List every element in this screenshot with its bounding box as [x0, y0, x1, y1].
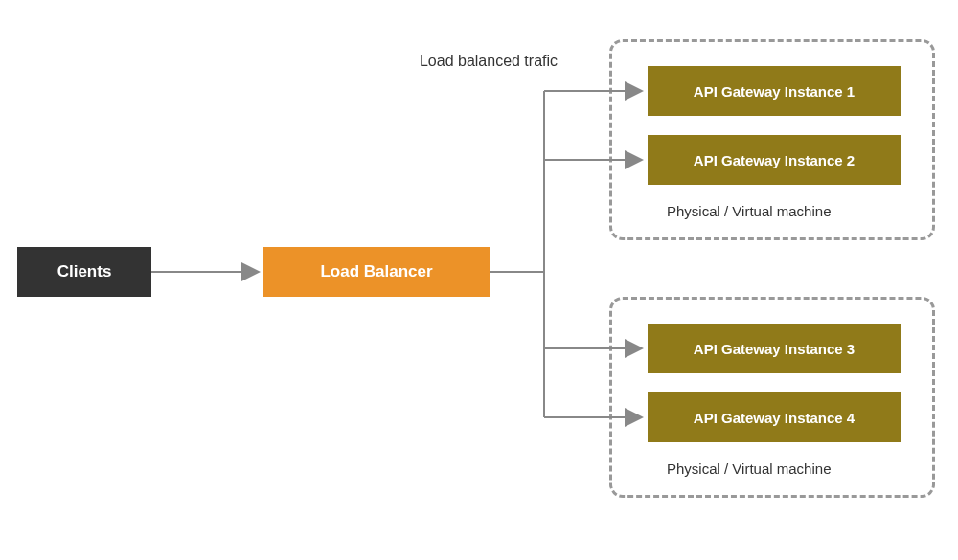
clients-node: Clients: [17, 247, 151, 297]
load-balancer-label: Load Balancer: [320, 262, 432, 281]
traffic-label: Load balanced trafic: [412, 52, 565, 72]
machine-label-1: Physical / Virtual machine: [667, 203, 831, 219]
load-balancer-node: Load Balancer: [263, 247, 490, 297]
clients-label: Clients: [57, 262, 112, 281]
machine-label-2: Physical / Virtual machine: [667, 460, 831, 477]
